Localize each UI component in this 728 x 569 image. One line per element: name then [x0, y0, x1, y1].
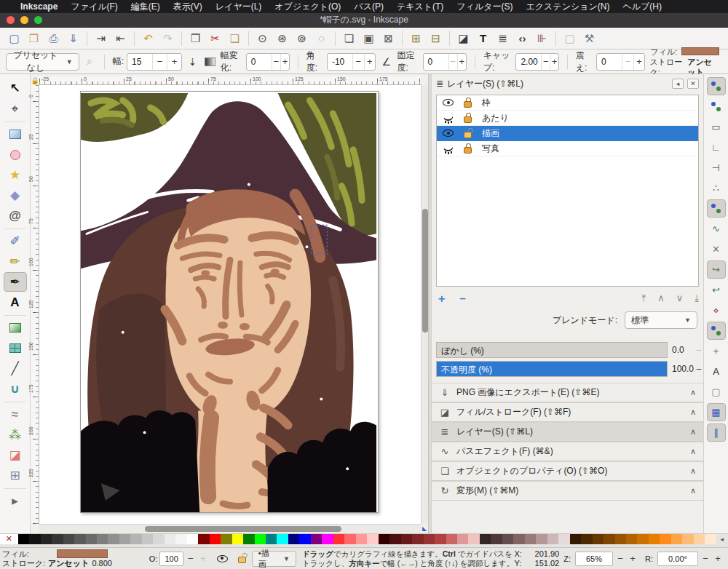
width_change-value[interactable]: 0 — [247, 54, 272, 70]
menu-1[interactable]: 編集(E) — [131, 1, 160, 13]
svg-page[interactable] — [80, 91, 379, 513]
palette-swatch[interactable] — [435, 534, 446, 544]
palette-swatch[interactable] — [153, 534, 164, 544]
menu-0[interactable]: ファイル(F) — [71, 1, 117, 13]
width_change-decrement[interactable]: − — [272, 54, 280, 70]
menu-8[interactable]: エクステンション(N) — [526, 1, 610, 13]
lower-layer-to-bottom-button[interactable]: ⤓ — [695, 293, 699, 304]
palette-swatch[interactable] — [468, 534, 479, 544]
menu-3[interactable]: レイヤー(L) — [215, 1, 262, 13]
palette-swatch[interactable] — [480, 534, 491, 544]
palette-scroll-left-icon[interactable]: ◂ — [716, 534, 728, 547]
palette-swatch[interactable] — [74, 534, 85, 544]
panel-close-button[interactable]: ✕ — [687, 79, 699, 89]
eye-open-icon[interactable] — [443, 99, 454, 106]
trace-lightness-icon[interactable] — [203, 54, 215, 70]
calligraphy-tool-button[interactable]: ✒ — [4, 272, 27, 292]
palette-swatch[interactable] — [277, 534, 288, 544]
dock-tab-transform[interactable]: ↻変形(M) (⇧⌘M)∧ — [432, 481, 703, 501]
fixation-value[interactable]: 0 — [424, 54, 448, 70]
ruler-lock-icon[interactable]: 🔒 — [31, 76, 39, 85]
snap-line-midpoints-button[interactable]: ⋄ — [707, 301, 726, 319]
raise-layer-button[interactable]: ∧ — [657, 293, 665, 304]
rotation-decrement[interactable]: − — [700, 553, 711, 564]
bezier-pen-tool-button[interactable]: ✏ — [4, 252, 27, 271]
eye-closed-icon[interactable] — [443, 146, 454, 151]
vertical-ruler[interactable]: 0255075100125150175200225 — [31, 85, 39, 524]
menu-4[interactable]: オブジェクト(O) — [274, 1, 341, 13]
spiral-tool-button[interactable]: @ — [4, 206, 27, 226]
layer-row-写真[interactable]: 写真 — [437, 141, 698, 156]
layer-lock-toggle[interactable] — [238, 557, 246, 563]
text-tool-button[interactable]: A — [4, 293, 27, 312]
gradient-tool-button[interactable] — [4, 318, 27, 338]
palette-swatch[interactable] — [198, 534, 209, 544]
selection-frame-button[interactable]: ◌ — [312, 30, 331, 47]
palette-swatch[interactable] — [232, 534, 243, 544]
dropper-tool-button[interactable]: ╱ — [4, 359, 27, 378]
horizontal-ruler[interactable]: -250255075100125150175 — [39, 76, 421, 85]
snap-bounding-box-button[interactable] — [707, 98, 726, 116]
tilt-icon[interactable]: ∠ — [380, 54, 392, 70]
palette-swatch[interactable] — [255, 534, 266, 544]
angle-decrement[interactable]: − — [352, 54, 364, 70]
zoom-decrement[interactable]: − — [615, 553, 625, 564]
eraser-tool-button[interactable]: ◪ — [4, 445, 27, 465]
toolbox-expand-button[interactable]: ▸ — [4, 491, 27, 511]
create-clone-button[interactable]: ▣ — [359, 30, 379, 47]
save-button[interactable]: ⇓ — [63, 30, 83, 47]
palette-swatch[interactable] — [682, 534, 693, 544]
palette-swatch[interactable] — [356, 534, 367, 544]
paint-bucket-tool-button[interactable]: ∪ — [4, 379, 27, 399]
layer-row-描画[interactable]: 描画 — [437, 126, 698, 141]
vertical-scrollbar[interactable] — [421, 85, 428, 524]
snap-paths-button[interactable]: ∿ — [707, 220, 726, 238]
tremor-increment[interactable]: + — [633, 54, 645, 70]
palette-swatch[interactable] — [615, 534, 626, 544]
palette-swatch[interactable] — [221, 534, 232, 544]
app-menu-inkscape[interactable]: Inkscape — [20, 1, 58, 12]
export-button[interactable]: ⇤ — [111, 30, 130, 47]
paste-button[interactable]: ❑ — [225, 30, 245, 47]
pressure-icon[interactable]: ⇣ — [186, 54, 199, 70]
box3d-tool-button[interactable]: ◆ — [4, 186, 27, 205]
width_change-increment[interactable]: + — [280, 54, 289, 70]
palette-swatch[interactable] — [401, 534, 412, 544]
tweak-tool-button[interactable]: ≈ — [4, 405, 27, 424]
palette-swatch[interactable] — [299, 534, 310, 544]
palette-swatch[interactable] — [311, 534, 322, 544]
lock-open-icon[interactable] — [464, 132, 472, 138]
angle-increment[interactable]: + — [364, 54, 376, 70]
snap-object-centers-button[interactable] — [707, 322, 726, 340]
snap-master-button[interactable] — [707, 77, 726, 95]
remove-layer-button[interactable]: － — [457, 292, 468, 306]
canvas-corner-widget[interactable]: ◣ — [421, 524, 428, 533]
palette-swatch[interactable] — [491, 534, 502, 544]
fixation-increment[interactable]: + — [457, 54, 466, 70]
connector-tool-button[interactable]: ⊞ — [4, 466, 27, 485]
duplicate-button[interactable]: ❏ — [339, 30, 359, 47]
snap-cusp-nodes-button[interactable]: ↪ — [707, 260, 726, 279]
palette-swatch[interactable] — [513, 534, 524, 544]
cap-value[interactable]: 2.00 — [516, 54, 541, 70]
align-dialog-button[interactable]: ⊪ — [532, 30, 552, 47]
open-document-button[interactable]: ❒ — [24, 30, 44, 47]
ungroup-button[interactable]: ⊟ — [426, 30, 446, 47]
palette-swatch[interactable] — [536, 534, 547, 544]
snap-page-border-button[interactable]: ▢ — [707, 383, 726, 401]
palette-swatch[interactable] — [187, 534, 198, 544]
lock-closed-icon[interactable] — [464, 147, 472, 154]
raise-layer-to-top-button[interactable]: ⤒ — [641, 293, 646, 304]
blur-decrement[interactable]: − — [694, 345, 704, 356]
new-document-button[interactable]: ▢ — [4, 30, 24, 47]
blur-slider[interactable]: ぼかし (%) — [436, 342, 668, 358]
lock-closed-icon[interactable] — [464, 101, 472, 108]
dock-tab-path-effects[interactable]: ∿パスエフェクト(F) (⌘&)∧ — [432, 442, 703, 461]
menu-2[interactable]: 表示(V) — [173, 1, 202, 13]
palette-swatch[interactable] — [175, 534, 186, 544]
snap-grid-button[interactable]: ▦ — [707, 403, 726, 421]
palette-swatch[interactable] — [502, 534, 513, 544]
layers-dialog-button[interactable]: ≣ — [493, 30, 513, 47]
layer-row-あたり[interactable]: あたり — [437, 111, 698, 126]
palette-swatch[interactable] — [119, 534, 130, 544]
